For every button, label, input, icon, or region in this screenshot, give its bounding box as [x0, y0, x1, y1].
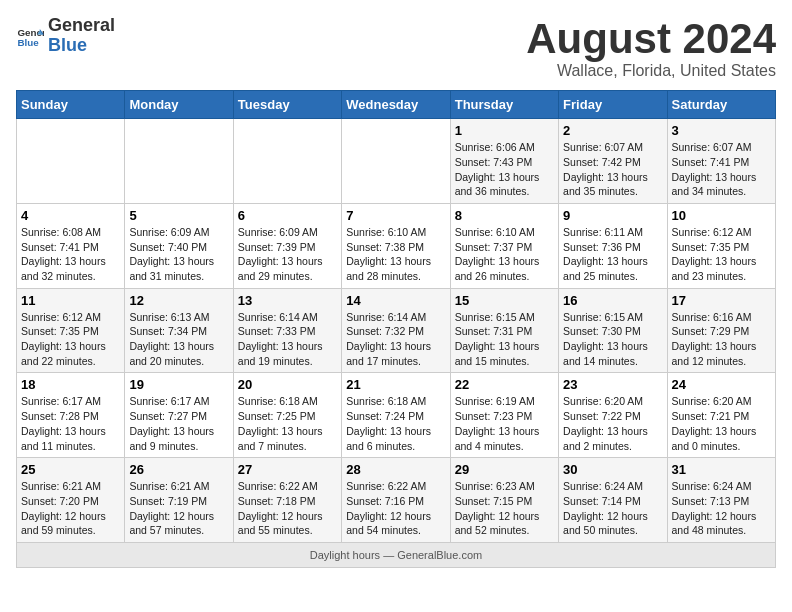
day-info: Sunrise: 6:09 AM Sunset: 7:39 PM Dayligh… [238, 226, 323, 282]
day-cell: 22Sunrise: 6:19 AM Sunset: 7:23 PM Dayli… [450, 373, 558, 458]
calendar-subtitle: Wallace, Florida, United States [526, 62, 776, 80]
week-row-2: 4Sunrise: 6:08 AM Sunset: 7:41 PM Daylig… [17, 203, 776, 288]
day-cell: 14Sunrise: 6:14 AM Sunset: 7:32 PM Dayli… [342, 288, 450, 373]
header: General Blue General Blue August 2024 Wa… [16, 16, 776, 80]
day-cell: 16Sunrise: 6:15 AM Sunset: 7:30 PM Dayli… [559, 288, 667, 373]
day-number: 7 [346, 208, 445, 223]
day-cell: 13Sunrise: 6:14 AM Sunset: 7:33 PM Dayli… [233, 288, 341, 373]
day-number: 6 [238, 208, 337, 223]
logo-icon: General Blue [16, 22, 44, 50]
day-cell: 20Sunrise: 6:18 AM Sunset: 7:25 PM Dayli… [233, 373, 341, 458]
day-number: 23 [563, 377, 662, 392]
day-info: Sunrise: 6:07 AM Sunset: 7:41 PM Dayligh… [672, 141, 757, 197]
weekday-header-thursday: Thursday [450, 91, 558, 119]
calendar-title: August 2024 [526, 16, 776, 62]
footer-cell: Daylight hours — GeneralBlue.com [17, 542, 776, 567]
day-info: Sunrise: 6:15 AM Sunset: 7:31 PM Dayligh… [455, 311, 540, 367]
day-cell: 21Sunrise: 6:18 AM Sunset: 7:24 PM Dayli… [342, 373, 450, 458]
day-number: 8 [455, 208, 554, 223]
day-info: Sunrise: 6:14 AM Sunset: 7:33 PM Dayligh… [238, 311, 323, 367]
weekday-header-row: SundayMondayTuesdayWednesdayThursdayFrid… [17, 91, 776, 119]
title-block: August 2024 Wallace, Florida, United Sta… [526, 16, 776, 80]
day-number: 20 [238, 377, 337, 392]
day-number: 19 [129, 377, 228, 392]
day-cell: 2Sunrise: 6:07 AM Sunset: 7:42 PM Daylig… [559, 119, 667, 204]
day-number: 21 [346, 377, 445, 392]
day-cell: 7Sunrise: 6:10 AM Sunset: 7:38 PM Daylig… [342, 203, 450, 288]
week-row-3: 11Sunrise: 6:12 AM Sunset: 7:35 PM Dayli… [17, 288, 776, 373]
day-cell: 8Sunrise: 6:10 AM Sunset: 7:37 PM Daylig… [450, 203, 558, 288]
day-number: 27 [238, 462, 337, 477]
day-info: Sunrise: 6:10 AM Sunset: 7:38 PM Dayligh… [346, 226, 431, 282]
day-cell: 4Sunrise: 6:08 AM Sunset: 7:41 PM Daylig… [17, 203, 125, 288]
day-info: Sunrise: 6:21 AM Sunset: 7:20 PM Dayligh… [21, 480, 106, 536]
day-cell: 29Sunrise: 6:23 AM Sunset: 7:15 PM Dayli… [450, 458, 558, 543]
day-info: Sunrise: 6:17 AM Sunset: 7:28 PM Dayligh… [21, 395, 106, 451]
footer-row: Daylight hours — GeneralBlue.com [17, 542, 776, 567]
day-info: Sunrise: 6:13 AM Sunset: 7:34 PM Dayligh… [129, 311, 214, 367]
day-info: Sunrise: 6:22 AM Sunset: 7:16 PM Dayligh… [346, 480, 431, 536]
day-number: 29 [455, 462, 554, 477]
weekday-header-sunday: Sunday [17, 91, 125, 119]
day-info: Sunrise: 6:11 AM Sunset: 7:36 PM Dayligh… [563, 226, 648, 282]
day-info: Sunrise: 6:23 AM Sunset: 7:15 PM Dayligh… [455, 480, 540, 536]
day-info: Sunrise: 6:18 AM Sunset: 7:25 PM Dayligh… [238, 395, 323, 451]
day-cell [233, 119, 341, 204]
day-cell: 24Sunrise: 6:20 AM Sunset: 7:21 PM Dayli… [667, 373, 775, 458]
day-cell: 9Sunrise: 6:11 AM Sunset: 7:36 PM Daylig… [559, 203, 667, 288]
day-cell: 18Sunrise: 6:17 AM Sunset: 7:28 PM Dayli… [17, 373, 125, 458]
day-number: 12 [129, 293, 228, 308]
day-info: Sunrise: 6:14 AM Sunset: 7:32 PM Dayligh… [346, 311, 431, 367]
day-info: Sunrise: 6:09 AM Sunset: 7:40 PM Dayligh… [129, 226, 214, 282]
day-number: 14 [346, 293, 445, 308]
day-cell: 17Sunrise: 6:16 AM Sunset: 7:29 PM Dayli… [667, 288, 775, 373]
day-cell: 15Sunrise: 6:15 AM Sunset: 7:31 PM Dayli… [450, 288, 558, 373]
day-info: Sunrise: 6:24 AM Sunset: 7:13 PM Dayligh… [672, 480, 757, 536]
logo-text: General Blue [48, 16, 115, 56]
weekday-header-tuesday: Tuesday [233, 91, 341, 119]
day-info: Sunrise: 6:22 AM Sunset: 7:18 PM Dayligh… [238, 480, 323, 536]
day-number: 17 [672, 293, 771, 308]
day-cell: 3Sunrise: 6:07 AM Sunset: 7:41 PM Daylig… [667, 119, 775, 204]
day-number: 22 [455, 377, 554, 392]
day-info: Sunrise: 6:06 AM Sunset: 7:43 PM Dayligh… [455, 141, 540, 197]
day-info: Sunrise: 6:19 AM Sunset: 7:23 PM Dayligh… [455, 395, 540, 451]
day-info: Sunrise: 6:21 AM Sunset: 7:19 PM Dayligh… [129, 480, 214, 536]
day-cell: 26Sunrise: 6:21 AM Sunset: 7:19 PM Dayli… [125, 458, 233, 543]
day-info: Sunrise: 6:07 AM Sunset: 7:42 PM Dayligh… [563, 141, 648, 197]
day-info: Sunrise: 6:16 AM Sunset: 7:29 PM Dayligh… [672, 311, 757, 367]
day-number: 28 [346, 462, 445, 477]
day-cell [125, 119, 233, 204]
day-number: 4 [21, 208, 120, 223]
day-number: 3 [672, 123, 771, 138]
day-number: 25 [21, 462, 120, 477]
day-number: 10 [672, 208, 771, 223]
day-number: 15 [455, 293, 554, 308]
calendar-table: SundayMondayTuesdayWednesdayThursdayFrid… [16, 90, 776, 568]
week-row-4: 18Sunrise: 6:17 AM Sunset: 7:28 PM Dayli… [17, 373, 776, 458]
day-number: 9 [563, 208, 662, 223]
day-info: Sunrise: 6:18 AM Sunset: 7:24 PM Dayligh… [346, 395, 431, 451]
day-cell: 25Sunrise: 6:21 AM Sunset: 7:20 PM Dayli… [17, 458, 125, 543]
day-number: 30 [563, 462, 662, 477]
day-info: Sunrise: 6:17 AM Sunset: 7:27 PM Dayligh… [129, 395, 214, 451]
week-row-5: 25Sunrise: 6:21 AM Sunset: 7:20 PM Dayli… [17, 458, 776, 543]
day-cell: 23Sunrise: 6:20 AM Sunset: 7:22 PM Dayli… [559, 373, 667, 458]
weekday-header-saturday: Saturday [667, 91, 775, 119]
weekday-header-monday: Monday [125, 91, 233, 119]
day-cell: 1Sunrise: 6:06 AM Sunset: 7:43 PM Daylig… [450, 119, 558, 204]
day-info: Sunrise: 6:12 AM Sunset: 7:35 PM Dayligh… [672, 226, 757, 282]
day-number: 13 [238, 293, 337, 308]
svg-text:Blue: Blue [17, 37, 39, 48]
day-cell [342, 119, 450, 204]
day-cell: 12Sunrise: 6:13 AM Sunset: 7:34 PM Dayli… [125, 288, 233, 373]
day-info: Sunrise: 6:12 AM Sunset: 7:35 PM Dayligh… [21, 311, 106, 367]
day-number: 2 [563, 123, 662, 138]
day-cell: 11Sunrise: 6:12 AM Sunset: 7:35 PM Dayli… [17, 288, 125, 373]
day-cell: 30Sunrise: 6:24 AM Sunset: 7:14 PM Dayli… [559, 458, 667, 543]
day-info: Sunrise: 6:20 AM Sunset: 7:22 PM Dayligh… [563, 395, 648, 451]
day-info: Sunrise: 6:08 AM Sunset: 7:41 PM Dayligh… [21, 226, 106, 282]
day-info: Sunrise: 6:20 AM Sunset: 7:21 PM Dayligh… [672, 395, 757, 451]
day-cell: 10Sunrise: 6:12 AM Sunset: 7:35 PM Dayli… [667, 203, 775, 288]
day-cell: 31Sunrise: 6:24 AM Sunset: 7:13 PM Dayli… [667, 458, 775, 543]
